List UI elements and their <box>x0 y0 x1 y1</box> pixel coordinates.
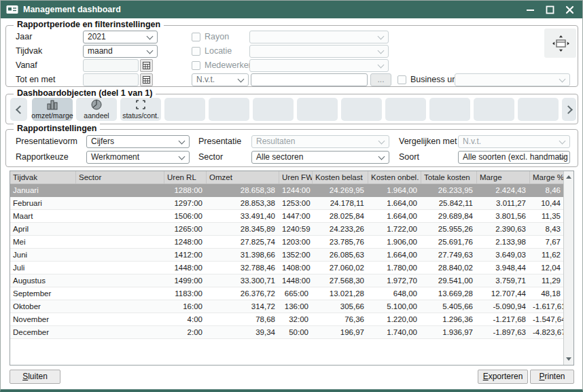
table-cell: 29.541,00 <box>421 274 477 287</box>
locatie-select[interactable] <box>249 45 389 58</box>
tijdvak-select[interactable]: maand <box>83 45 158 58</box>
tile-omzet-marge[interactable]: omzet/marge <box>32 98 73 121</box>
table-cell: 3.801,56 <box>477 210 530 222</box>
maximize-button[interactable] <box>542 3 557 16</box>
export-button[interactable]: Exporteren <box>478 370 528 384</box>
scroll-up-icon[interactable] <box>566 175 571 179</box>
table-cell: 1.906,00 <box>368 236 421 248</box>
column-header[interactable]: Totale kosten <box>421 171 477 183</box>
empty-tile[interactable] <box>474 98 514 121</box>
table-cell: -4.823,67 <box>530 326 563 338</box>
reference-input[interactable] <box>251 73 368 86</box>
table-cell: 1.664,00 <box>368 249 421 261</box>
expand-panel-button[interactable] <box>544 29 576 58</box>
chevron-down-icon <box>238 76 245 83</box>
table-cell: 39,34 <box>207 326 279 338</box>
empty-tile[interactable] <box>209 98 249 121</box>
tile-status-cont[interactable]: status/cont. <box>120 98 161 121</box>
scroll-down-icon[interactable] <box>566 357 571 361</box>
table-cell: 11,62 <box>530 249 563 261</box>
table-row[interactable]: December2:0039,3450:00196,971.740,001.93… <box>10 326 563 339</box>
table-row[interactable]: Februari1297:0028.853,381253:0024.178,11… <box>10 197 563 210</box>
table-cell: 13.669,28 <box>421 287 477 300</box>
table-row[interactable]: Mei1248:0027.825,741203:0023.785,761.906… <box>10 236 563 249</box>
jaar-select[interactable]: 2021 <box>83 31 158 43</box>
table-cell: 1.972,70 <box>368 274 421 287</box>
table-cell: -1.547,64 <box>530 313 563 325</box>
locatie-checkbox[interactable] <box>192 47 200 56</box>
table-row[interactable]: Juli1448:0032.788,461408:0027.060,021.78… <box>10 262 563 274</box>
table-cell: 1447:00 <box>279 210 313 222</box>
table-cell: 196,97 <box>313 326 368 338</box>
column-header[interactable]: Marge <box>477 171 530 183</box>
table-cell: 5.100,00 <box>368 300 421 313</box>
medewerker-checkbox[interactable] <box>192 61 200 70</box>
table-cell: 1.296,36 <box>421 313 477 325</box>
rapportkeuze-select[interactable]: Werkmoment <box>86 151 190 164</box>
column-header[interactable]: Uren FW <box>279 171 313 183</box>
table-cell: 28.853,38 <box>207 197 279 209</box>
medewerker-select[interactable] <box>249 59 389 72</box>
dashboard-tile-strip: omzet/marge aandeel status/cont. <box>6 94 578 124</box>
column-header[interactable]: Marge % <box>530 171 565 183</box>
titlebar[interactable]: Management dashboard <box>1 1 582 18</box>
tot-en-met-calendar-button[interactable] <box>140 73 153 86</box>
table-row[interactable]: Maart1506:0033.491,401447:0028.025,841.6… <box>10 210 563 223</box>
column-header[interactable]: Sector <box>76 171 164 183</box>
close-button[interactable] <box>562 3 577 16</box>
presentatievorm-select[interactable]: Cijfers <box>86 135 190 148</box>
browse-button[interactable]: ... <box>370 73 391 86</box>
tile-label: status/cont. <box>122 111 159 120</box>
column-header[interactable]: Kosten onbel. <box>368 171 421 183</box>
tiles-prev-button[interactable] <box>10 98 27 121</box>
table-cell <box>76 236 164 248</box>
presentatie-select[interactable]: Resultaten <box>251 135 389 148</box>
tile-aandeel[interactable]: aandeel <box>76 98 117 121</box>
table-cell: 1.936,97 <box>421 326 477 338</box>
business-unit-checkbox[interactable] <box>398 75 406 84</box>
soort-select[interactable]: Alle soorten (excl. handmatig <box>458 151 570 164</box>
calendar-icon <box>143 62 150 69</box>
column-header[interactable]: Uren RL <box>164 171 207 183</box>
rayon-select[interactable] <box>249 31 389 43</box>
business-unit-select[interactable] <box>455 73 570 86</box>
minimize-button[interactable] <box>523 3 537 16</box>
empty-tile[interactable] <box>164 98 205 121</box>
column-header[interactable]: Omzet <box>207 171 279 183</box>
nvt-select[interactable]: N.v.t. <box>192 73 249 86</box>
rayon-checkbox[interactable] <box>192 33 200 41</box>
print-button[interactable]: Printen <box>530 370 574 384</box>
empty-tile[interactable] <box>385 98 426 121</box>
table-row[interactable]: April1265:0028.345,891240:5924.233,261.7… <box>10 223 563 236</box>
table-cell: -1.897,63 <box>477 326 530 338</box>
presentatievorm-label: Presentatievorm <box>16 135 77 148</box>
vertical-scrollbar[interactable] <box>563 171 573 365</box>
empty-tile[interactable] <box>253 98 294 121</box>
table-cell: 8,46 <box>530 184 563 196</box>
empty-tile[interactable] <box>518 98 559 121</box>
vanaf-calendar-button[interactable] <box>140 59 153 72</box>
empty-tile[interactable] <box>297 98 338 121</box>
vanaf-input[interactable] <box>83 59 139 72</box>
sector-select[interactable]: Alle sectoren <box>251 151 389 164</box>
table-row[interactable]: Augustus1499:0033.300,711448:0027.568,30… <box>10 274 563 287</box>
table-cell: 24.269,95 <box>313 184 368 196</box>
tot-en-met-input[interactable] <box>83 73 139 86</box>
column-header[interactable]: Tijdvak <box>10 171 76 183</box>
table-cell: 3.011,27 <box>477 197 530 209</box>
empty-tile[interactable] <box>429 98 470 121</box>
table-row[interactable]: Juni1412:0031.398,661352:0026.085,631.66… <box>10 249 563 262</box>
table-cell: 50:00 <box>279 326 313 338</box>
table-cell <box>76 223 164 235</box>
column-header[interactable]: Kosten belast <box>313 171 368 183</box>
table-cell: Augustus <box>10 274 76 287</box>
vergelijken-met-select[interactable]: N.v.t. <box>458 135 570 148</box>
table-row[interactable]: Januari1288:0028.658,381244:0024.269,951… <box>10 184 563 197</box>
close-dialog-button[interactable]: Sluiten <box>10 370 60 384</box>
table-row[interactable]: November4:0078,6832:0076,361.220,001.296… <box>10 313 563 326</box>
tiles-next-button[interactable] <box>562 98 576 121</box>
table-cell: Maart <box>10 210 76 222</box>
empty-tile[interactable] <box>341 98 382 121</box>
table-row[interactable]: September1183:0026.376,72665:0013.021,28… <box>10 287 563 300</box>
table-row[interactable]: Oktober16:00314,72136:00305,665.100,005.… <box>10 300 563 313</box>
